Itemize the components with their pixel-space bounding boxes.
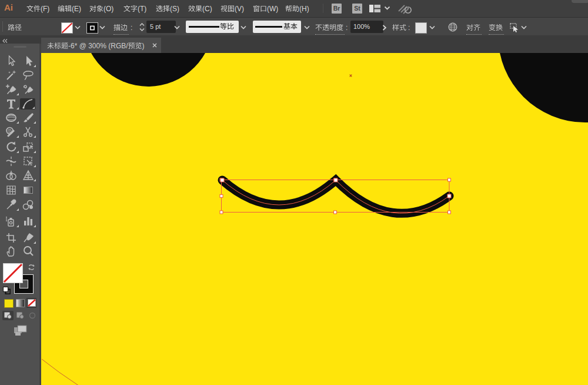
svg-text:(S): (S) [170,5,179,13]
svg-text:(H): (H) [299,5,309,13]
svg-text:(C): (C) [202,5,212,13]
svg-text:(T): (T) [138,5,146,13]
svg-text:): ) [142,42,145,50]
svg-text:(W): (W) [267,5,278,13]
svg-text:-6* @ 300% (RGB/: -6* @ 300% (RGB/ [68,42,128,50]
svg-text:(E): (E) [72,5,81,13]
svg-text:(F): (F) [41,5,49,13]
svg-text:(V): (V) [235,5,244,13]
svg-text:(O): (O) [103,5,113,13]
